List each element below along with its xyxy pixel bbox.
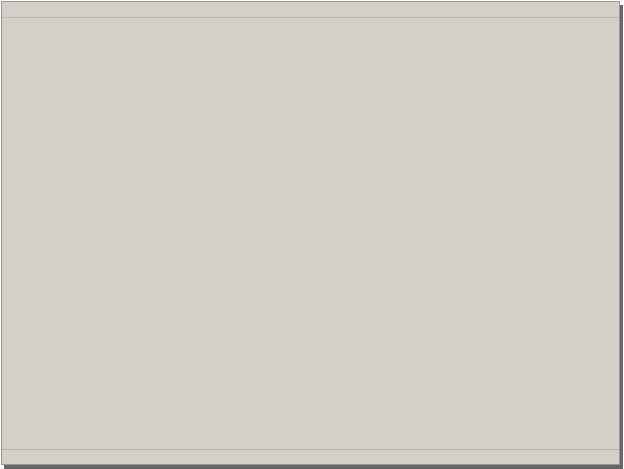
chartnexus-window	[1, 1, 620, 465]
screenshot-frame	[0, 0, 624, 469]
footer-bar	[2, 449, 619, 464]
chart-area	[2, 18, 619, 451]
chart-header	[2, 2, 619, 18]
